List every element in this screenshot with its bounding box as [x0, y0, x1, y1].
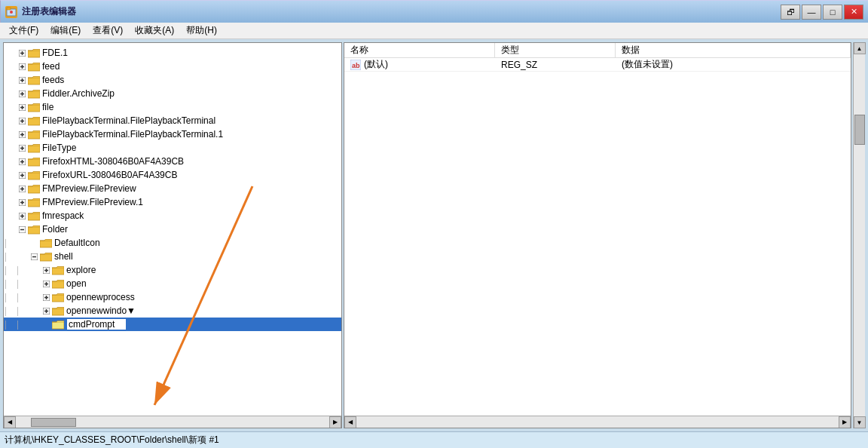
tree-expander-icon[interactable]: [16, 104, 28, 111]
right-panel: 名称 类型 数据 ab (默认) REG_SZ (数值未设置) ◀: [344, 42, 851, 428]
tree-scroll[interactable]: FDE.1 feed feeds Fiddler.ArchiveZip file…: [4, 43, 341, 416]
title-controls: 🗗 — □ ✕: [781, 5, 863, 20]
folder-icon: [28, 225, 40, 235]
scroll-thumb-x[interactable]: [31, 418, 76, 427]
menu-help[interactable]: 帮助(H): [180, 23, 223, 38]
folder-icon: [28, 170, 40, 180]
right-content[interactable]: ab (默认) REG_SZ (数值未设置): [344, 58, 851, 416]
app-icon: [5, 6, 17, 18]
col-header-name: 名称: [344, 42, 495, 58]
tree-item[interactable]: ││ opennewprocess: [4, 290, 341, 304]
tree-item[interactable]: Folder: [4, 222, 341, 236]
folder-icon: [28, 116, 40, 126]
registry-cell-data: (数值未设置): [616, 58, 851, 72]
tree-item[interactable]: FirefoxHTML-308046B0AF4A39CB: [4, 155, 341, 168]
tree-item-label: FilePlaybackTerminal.FilePlaybackTermina…: [42, 129, 223, 140]
tree-expander-icon[interactable]: [16, 91, 28, 97]
minimize-button[interactable]: —: [802, 5, 821, 20]
tree-item-label: feed: [42, 61, 60, 72]
tree-expander-icon[interactable]: [16, 145, 28, 152]
registry-cell-type: REG_SZ: [495, 59, 616, 71]
col-header-data: 数据: [616, 42, 851, 58]
folder-icon: [28, 157, 40, 167]
tree-item[interactable]: FileType: [4, 141, 341, 155]
menu-view[interactable]: 查看(V): [87, 23, 129, 38]
tree-item-label: feeds: [42, 75, 64, 85]
col-header-type: 类型: [495, 42, 616, 58]
folder-icon: [52, 320, 64, 330]
tree-item[interactable]: fmrespack: [4, 209, 341, 222]
tree-item[interactable]: ││ opennewwindo▼: [4, 304, 341, 318]
tree-item[interactable]: feeds: [4, 73, 341, 87]
tree-item-label: FirefoxHTML-308046B0AF4A39CB: [42, 156, 184, 167]
tree-item[interactable]: FMPreview.FilePreview.1: [4, 195, 341, 209]
right-header: 名称 类型 数据: [344, 43, 851, 58]
tree-item-label: Folder: [42, 224, 68, 235]
tree-expander-icon[interactable]: [16, 118, 28, 124]
scroll-left-btn[interactable]: ◀: [4, 416, 16, 428]
folder-icon: [52, 265, 64, 275]
tree-item[interactable]: FilePlaybackTerminal.FilePlaybackTermina…: [4, 114, 341, 127]
tree-expander-icon[interactable]: [16, 158, 28, 165]
right-scroll-left[interactable]: ◀: [344, 416, 356, 428]
tree-expander-icon[interactable]: [16, 63, 28, 70]
tree-expander-icon[interactable]: [28, 253, 40, 260]
tree-expander-icon[interactable]: [40, 267, 52, 274]
tree-container: FDE.1 feed feeds Fiddler.ArchiveZip file…: [4, 43, 341, 416]
title-text: 注册表编辑器: [22, 5, 76, 18]
folder-icon: [52, 293, 64, 302]
right-scrollbar-x[interactable]: ◀ ▶: [344, 416, 851, 428]
scroll-track[interactable]: [854, 54, 865, 416]
tree-item-label: open: [66, 278, 87, 289]
right-scrollbar-y[interactable]: ▲ ▼: [853, 42, 865, 428]
tree-item-label: opennewprocess: [66, 292, 135, 302]
tree-item[interactable]: FirefoxURL-308046B0AF4A39CB: [4, 168, 341, 182]
tree-item-label: FMPreview.FilePreview: [42, 183, 136, 194]
tree-expander-icon[interactable]: [40, 294, 52, 301]
tree-item-label: opennewwindo▼: [66, 305, 136, 316]
tree-expander-icon[interactable]: [16, 226, 28, 233]
tree-item[interactable]: ││ explore: [4, 263, 341, 277]
tree-expander-icon[interactable]: [16, 213, 28, 219]
restore-button[interactable]: 🗗: [781, 5, 800, 20]
scroll-up-btn[interactable]: ▲: [854, 42, 866, 54]
tree-item-label: Fiddler.ArchiveZip: [42, 88, 115, 99]
tree-item-label: explore: [66, 265, 96, 275]
tree-item-label: FMPreview.FilePreview.1: [42, 197, 143, 207]
tree-expander-icon[interactable]: [40, 308, 52, 315]
tree-item[interactable]: FDE.1: [4, 46, 341, 60]
close-button[interactable]: ✕: [844, 5, 863, 20]
registry-row[interactable]: ab (默认) REG_SZ (数值未设置): [344, 58, 851, 72]
tree-expander-icon[interactable]: [16, 172, 28, 179]
tree-item[interactable]: FMPreview.FilePreview: [4, 182, 341, 195]
tree-expander-icon[interactable]: [16, 199, 28, 206]
tree-item[interactable]: Fiddler.ArchiveZip: [4, 87, 341, 100]
scroll-right-btn[interactable]: ▶: [329, 416, 341, 428]
tree-item[interactable]: FilePlaybackTerminal.FilePlaybackTermina…: [4, 127, 341, 141]
folder-icon: [40, 252, 52, 262]
menu-favorites[interactable]: 收藏夹(A): [129, 23, 180, 38]
folder-icon: [28, 62, 40, 72]
tree-item[interactable]: feed: [4, 60, 341, 73]
scroll-down-btn[interactable]: ▼: [854, 416, 866, 428]
tree-item[interactable]: │ DefaultIcon: [4, 236, 341, 250]
tree-item-label: FirefoxURL-308046B0AF4A39CB: [42, 170, 177, 180]
scroll-thumb-y[interactable]: [854, 115, 865, 145]
tree-expander-icon[interactable]: [16, 131, 28, 138]
menu-file[interactable]: 文件(F): [3, 23, 44, 38]
right-scroll-right[interactable]: ▶: [839, 416, 851, 428]
menu-edit[interactable]: 编辑(E): [44, 23, 87, 38]
tree-item[interactable]: │ shell: [4, 250, 341, 263]
tree-expander-icon[interactable]: [16, 50, 28, 57]
maximize-button[interactable]: □: [823, 5, 842, 20]
registry-cell-name: ab (默认): [344, 58, 495, 72]
tree-expander-icon[interactable]: [16, 186, 28, 192]
tree-scrollbar-x[interactable]: ◀ ▶: [4, 416, 341, 428]
tree-item[interactable]: ││ cmdPrompt: [4, 318, 341, 331]
tree-expander-icon[interactable]: [40, 281, 52, 287]
svg-rect-1: [7, 8, 11, 10]
tree-item[interactable]: file: [4, 100, 341, 114]
tree-item[interactable]: ││ open: [4, 277, 341, 290]
tree-item-label: file: [42, 102, 53, 112]
tree-expander-icon[interactable]: [16, 77, 28, 84]
